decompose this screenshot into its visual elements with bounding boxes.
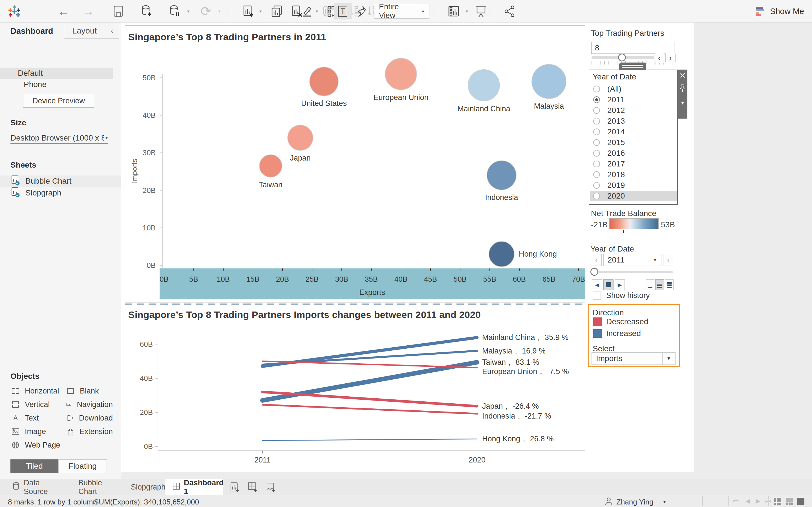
- sheet-tab-bubble-chart[interactable]: Bubble Chart: [71, 479, 119, 495]
- select-param-dropdown[interactable]: Imports ▼: [592, 352, 675, 365]
- presentation-icon[interactable]: [472, 0, 490, 22]
- sheet-tab-data-source[interactable]: Data Source: [5, 479, 66, 495]
- net-trade-gradient-legend[interactable]: [609, 218, 659, 229]
- sheet-item-slopgraph[interactable]: Slopgraph: [0, 187, 121, 199]
- year-option-2018[interactable]: 2018: [590, 169, 677, 180]
- tab-dashboard[interactable]: Dashboard: [10, 26, 53, 36]
- next-page-icon[interactable]: ▶: [756, 497, 760, 505]
- partners-count-input[interactable]: [591, 42, 674, 54]
- size-selector[interactable]: Desktop Browser (1000 x 8... ▾: [10, 132, 108, 144]
- playback-forward-button[interactable]: ▶: [615, 279, 625, 290]
- new-worksheet-tab-button[interactable]: [228, 482, 241, 493]
- object-item-navigation[interactable]: Navigation: [66, 398, 113, 411]
- partners-slider-thumb[interactable]: [618, 54, 626, 61]
- user-name[interactable]: Zhang Ying: [616, 498, 654, 506]
- show-cards-caret-icon[interactable]: ▾: [463, 0, 470, 22]
- year-option-2011[interactable]: 2011: [590, 94, 677, 105]
- net-trade-title: Net Trade Balance: [591, 209, 656, 218]
- user-icon: [604, 497, 613, 506]
- pause-updates-icon[interactable]: [167, 0, 183, 22]
- partners-slider-track[interactable]: [592, 56, 663, 59]
- user-menu-caret-icon[interactable]: ▼: [663, 500, 666, 504]
- last-page-icon[interactable]: ⏭: [765, 497, 771, 505]
- collapse-pane-icon[interactable]: ‹: [111, 26, 113, 35]
- save-icon[interactable]: [110, 0, 126, 22]
- object-item-web-page[interactable]: Web Page: [11, 438, 66, 452]
- new-worksheet-icon[interactable]: [240, 0, 256, 22]
- year-option-2013[interactable]: 2013: [590, 116, 677, 126]
- year-option-all[interactable]: (All): [590, 83, 677, 94]
- share-icon[interactable]: [501, 0, 518, 22]
- filter-card-drag-handle[interactable]: [619, 62, 646, 70]
- aggregate-summary: SUM(Exports): 340,105,652,000: [94, 498, 199, 506]
- refresh-icon[interactable]: ⟳: [197, 0, 214, 22]
- speed-medium-button[interactable]: [655, 279, 664, 290]
- object-item-vertical[interactable]: Vertical: [11, 398, 66, 411]
- year-option-2012[interactable]: 2012: [590, 105, 677, 116]
- year-param-slider-thumb[interactable]: [591, 268, 598, 276]
- new-dashboard-tab-button[interactable]: [246, 482, 259, 493]
- year-option-2020[interactable]: 2020: [590, 191, 677, 202]
- close-icon[interactable]: ✕: [679, 72, 686, 80]
- fit-selector[interactable]: Entire View ▾: [374, 4, 429, 18]
- year-option-2014[interactable]: 2014: [590, 126, 677, 137]
- show-history-label: Show history: [606, 291, 650, 300]
- highlight-caret-icon[interactable]: ▾: [313, 0, 320, 22]
- show-cards-icon[interactable]: [446, 0, 462, 22]
- show-history-checkbox[interactable]: [593, 291, 601, 300]
- refresh-caret-icon[interactable]: ▾: [216, 0, 223, 22]
- sheet-tab-slopgraph[interactable]: Slopgraph: [123, 479, 161, 495]
- bubble-chart-zone[interactable]: [125, 25, 585, 303]
- prev-page-icon[interactable]: ◀: [746, 497, 750, 505]
- blank-icon: [66, 387, 75, 395]
- device-item-default[interactable]: Default: [0, 68, 113, 79]
- text-label-button[interactable]: T: [334, 3, 352, 19]
- object-item-download[interactable]: Download: [66, 411, 113, 425]
- object-item-text[interactable]: AText: [11, 411, 66, 425]
- new-datasource-icon[interactable]: [139, 0, 154, 22]
- filmstrip-view-icon[interactable]: [785, 497, 794, 506]
- single-view-icon[interactable]: [797, 497, 805, 506]
- year-option-2015[interactable]: 2015: [590, 137, 677, 148]
- duplicate-sheet-icon[interactable]: [268, 0, 285, 22]
- sheet-tab-dashboard-1[interactable]: Dashboard 1: [165, 479, 223, 495]
- partners-next-button[interactable]: ›: [665, 53, 675, 63]
- year-param-prev-button[interactable]: ‹: [591, 254, 602, 266]
- playback-reverse-button[interactable]: ◀: [592, 279, 602, 290]
- year-option-2019[interactable]: 2019: [590, 180, 677, 191]
- year-option-2017[interactable]: 2017: [590, 159, 677, 169]
- object-item-extension[interactable]: Extension: [66, 425, 113, 438]
- undo-icon[interactable]: ←: [54, 0, 73, 22]
- object-item-horizontal[interactable]: Horizontal: [11, 384, 66, 398]
- floating-button[interactable]: Floating: [58, 459, 107, 473]
- pin-icon[interactable]: [679, 84, 686, 93]
- tableau-logo-icon: [7, 0, 22, 22]
- chevron-down-icon[interactable]: ▼: [680, 101, 685, 105]
- direction-legend-item-increased[interactable]: Increased: [593, 329, 641, 338]
- new-story-tab-button[interactable]: [264, 482, 277, 493]
- year-param-next-button[interactable]: ›: [663, 254, 673, 266]
- year-option-2016[interactable]: 2016: [590, 148, 677, 159]
- year-param-slider-track[interactable]: [592, 271, 673, 273]
- partners-prev-button[interactable]: ‹: [654, 53, 664, 63]
- device-item-phone[interactable]: Phone: [24, 80, 47, 89]
- redo-icon[interactable]: →: [79, 0, 98, 22]
- pin-icon[interactable]: [355, 0, 370, 22]
- show-me-button[interactable]: Show Me: [755, 0, 804, 22]
- speed-slow-button[interactable]: [646, 279, 654, 290]
- new-worksheet-caret-icon[interactable]: ▾: [257, 0, 264, 22]
- attach-icon[interactable]: [320, 0, 334, 22]
- playback-stop-button[interactable]: [603, 279, 613, 290]
- grid-view-icon[interactable]: [774, 497, 782, 506]
- first-page-icon[interactable]: ⏮: [733, 497, 739, 505]
- sheet-item-bubble-chart[interactable]: Bubble Chart: [0, 175, 121, 187]
- object-item-blank[interactable]: Blank: [66, 384, 113, 398]
- tiled-button[interactable]: Tiled: [10, 459, 58, 473]
- highlight-icon[interactable]: [299, 0, 315, 22]
- object-item-image[interactable]: Image: [11, 425, 66, 438]
- device-preview-button[interactable]: Device Preview: [23, 94, 94, 108]
- pause-updates-caret-icon[interactable]: ▾: [185, 0, 192, 22]
- speed-fast-button[interactable]: [665, 279, 673, 290]
- direction-legend-item-descreased[interactable]: Descreased: [593, 317, 648, 326]
- year-param-dropdown[interactable]: 2011 ▼: [603, 254, 661, 266]
